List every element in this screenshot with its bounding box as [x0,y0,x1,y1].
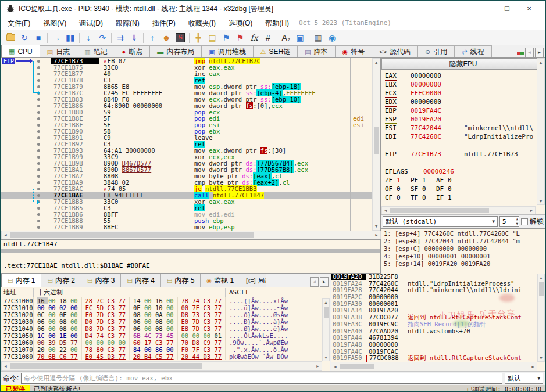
bookmarks-icon[interactable]: ⚑ [233,31,247,44]
stack-row[interactable]: 0019FA5077CDC088返回到 ntdll.RtlCaptureStac… [331,355,545,362]
flag-tf[interactable]: TF 0 [411,193,436,202]
dump-row[interactable]: 77C3106000 39 D5 7700 00 00 0060 17 C3 7… [1,339,330,346]
scroll-up-icon[interactable]: ▲ [373,59,380,66]
breakpoint-gutter[interactable] [1,192,51,199]
register-value[interactable]: 77C4260C [411,132,464,141]
argument-count-spinner[interactable]: 5 ▲▼ [499,216,519,227]
breakpoint-dot-icon[interactable] [37,175,40,178]
attach-icon[interactable]: ▣ [293,31,307,44]
menu-item-7[interactable]: 帮助(H) [259,16,295,30]
breakpoint-gutter[interactable] [1,96,51,103]
breakpoint-gutter[interactable] [1,224,51,231]
menu-item-4[interactable]: 插件(P) [146,16,182,30]
disassembly-row[interactable]: 77CE1BB98BECmov ebp,esp [1,224,373,231]
register-value[interactable]: 0019FA20 [411,115,464,124]
register-value[interactable]: 77CE1B73 [411,150,464,159]
breakpoint-gutter[interactable] [1,122,51,128]
breakpoint-dot-icon[interactable] [37,111,40,114]
menu-item-5[interactable]: 收藏夹(I) [182,16,222,30]
stack-row[interactable]: 0019FA4446781394 [331,335,545,341]
stack-vscrollbar[interactable]: ▲ ▼ [537,274,545,362]
scroll-right-icon[interactable]: ► [528,207,535,214]
hide-fpu-button[interactable]: 隐藏FPU [381,58,545,70]
command-input[interactable] [21,373,502,384]
scroll-left-icon[interactable]: ◄ [2,362,9,370]
dump-row[interactable]: 77C3103006 00 08 00D0 7D C3 7706 00 08 0… [1,318,330,325]
register-row[interactable]: EDI77C4260C"LdrpInitializePro [385,132,545,141]
dump-tab-memory-dump[interactable]: ▤内存 2 [41,274,81,287]
breakpoint-dot-icon[interactable] [37,73,40,75]
skip-exceptions-icon[interactable]: S [173,31,187,44]
dump-tab-locals[interactable]: [x=]局部 [240,274,266,287]
dump-tab-memory-dump[interactable]: ▤内存 3 [81,274,121,287]
stack-row[interactable]: 0019FA2477C4260Cntdll."LdrpInitializePro… [331,280,545,287]
scroll-down-icon[interactable]: ▼ [373,222,380,230]
string-refs-icon[interactable]: # [261,31,275,44]
flag-af[interactable]: AF 0 [436,176,462,185]
register-row[interactable]: EBP0019FA4C [385,106,545,115]
dump-vscrollbar[interactable]: ▲ ▼ [322,298,330,361]
run-to-user-code-icon[interactable]: ☻ [159,31,173,44]
internet-icon[interactable]: ◉ [325,31,339,44]
dump-tab-watch[interactable]: ◉监视 1 [200,274,240,287]
argument-row[interactable]: 4: [esp+10] 00000001 00000001 [384,253,545,260]
breakpoint-gutter[interactable] [1,160,51,167]
stop-icon[interactable]: ■ [31,31,45,44]
breakpoint-dot-icon[interactable] [37,194,40,197]
breakpoint-gutter[interactable] [1,77,51,84]
register-row[interactable]: EBX00000000 [385,80,545,89]
menu-item-6[interactable]: 选项(O) [222,16,259,30]
breakpoint-gutter[interactable] [1,211,51,218]
scroll-left-icon[interactable]: ◄ [382,207,389,214]
stack-row[interactable]: 0019FA4077CAAD20ntdll.wcstombs+70 [331,328,545,335]
breakpoint-gutter[interactable] [1,90,51,96]
font-size-icon[interactable]: A₂ [279,31,293,44]
breakpoint-dot-icon[interactable] [37,66,40,69]
flag-if[interactable]: IF 1 [436,193,462,202]
step-over-icon[interactable]: ↷ [95,31,109,44]
register-row[interactable]: EDX00000000 [385,98,545,106]
breakpoint-dot-icon[interactable] [37,207,40,210]
stack-hscrollbar[interactable]: ◄ ► [331,362,537,371]
trace-over-icon[interactable]: ⇓ [127,31,141,44]
tab-cpu[interactable]: ▦CPU [1,45,40,57]
breakpoint-gutter[interactable] [1,179,51,186]
tab-notes[interactable]: ▥笔记 [77,45,115,57]
tab-log[interactable]: ▤日志 [40,45,77,57]
dump-hscrollbar[interactable]: ◄ ► [1,361,322,371]
flags-row[interactable]: OF 0SF 0DF 0 [385,185,545,193]
trace-into-icon[interactable]: ⇉ [113,31,127,44]
stack-row[interactable]: 0019FA3000000001 [331,301,545,308]
scroll-right-icon[interactable]: ► [373,231,380,239]
calculator-icon[interactable]: ▦ [311,31,325,44]
eflags-row[interactable]: EFLAGS00000246 [385,167,545,176]
breakpoint-dot-icon[interactable] [37,149,40,152]
breakpoint-gutter[interactable] [1,167,51,173]
calling-convention-select[interactable]: 默认 (stdcall)▼ [383,216,498,227]
breakpoint-gutter[interactable] [1,148,51,154]
unlock-checkbox[interactable] [521,218,528,225]
menu-item-1[interactable]: 视图(V) [37,16,73,30]
breakpoint-dot-icon[interactable] [37,226,40,229]
menu-item-3[interactable]: 跟踪(N) [109,16,146,30]
breakpoint-gutter[interactable] [1,218,51,224]
register-row[interactable]: ESP0019FA20 [385,115,545,124]
tab-symbols[interactable]: ◉符号 [335,45,373,57]
dump-row[interactable]: 77C3100016 00 18 0028 7C C3 7714 00 16 0… [1,297,330,304]
dump-row[interactable]: 77C3108070 6B C6 77E0 45 D3 7720 B4 C5 7… [1,353,330,360]
disassembly-vscrollbar[interactable]: ▲ ▼ [372,58,380,231]
stack-row[interactable]: 0019FA4C0019FCAC [331,348,545,355]
breakpoint-dot-icon[interactable] [37,220,40,222]
register-value[interactable]: 0019FA4C [411,106,464,115]
register-value[interactable]: FFEC0000 [411,89,464,98]
scroll-left-icon[interactable]: ◄ [331,362,339,371]
scroll-down-icon[interactable]: ▼ [323,354,329,361]
tab-breakpoint[interactable]: ●断点 [115,45,151,57]
argument-row[interactable]: 5: [esp+14] 0019FA20 0019FA20 [384,260,545,268]
breakpoint-dot-icon[interactable] [37,85,40,88]
breakpoint-dot-icon[interactable] [37,181,40,184]
command-profile-select[interactable]: 默认▼ [505,373,543,384]
dump-tab-scroll-left-button[interactable]: ◄ [310,277,319,287]
tab-memory-map[interactable]: ▬内存布局 [149,45,202,57]
flag-pf[interactable]: PF 1 [411,176,436,185]
